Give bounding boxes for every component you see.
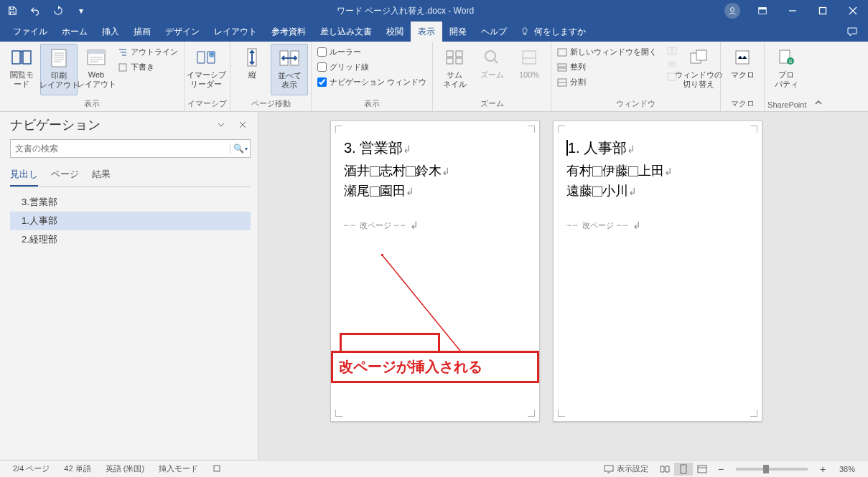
tab-view[interactable]: 表示 [411,22,442,42]
ruler-checkbox[interactable]: ルーラー [314,45,429,59]
split-icon [557,78,567,87]
macro-record-icon[interactable] [205,464,228,474]
immersive-group-label: イマーシブ [187,97,227,111]
zoom-in-button[interactable]: + [813,463,832,476]
arrange-label: 整列 [570,62,586,72]
tab-home[interactable]: ホーム [55,22,95,42]
tab-design[interactable]: デザイン [158,22,207,42]
svg-rect-23 [673,47,676,55]
print-layout-button[interactable]: 印刷 レイアウト [40,44,78,95]
hundred-percent-button[interactable]: 100% [510,44,548,95]
web-layout-button[interactable]: Web レイアウト [78,44,115,95]
tab-help[interactable]: ヘルプ [474,22,514,42]
nav-dropdown-icon[interactable] [213,117,229,133]
new-window-button[interactable]: 新しいウィンドウを開く [554,45,660,59]
web-layout-icon [85,46,108,69]
status-words[interactable]: 42 単語 [57,463,98,474]
display-settings[interactable]: 表示設定 [597,463,655,474]
status-language[interactable]: 英語 (米国) [98,463,151,474]
status-page[interactable]: 2/4 ページ [6,463,57,474]
zoom-icon [480,46,503,69]
read-mode-button[interactable]: 閲覧モード [3,44,40,95]
zoom-group-label: ズーム [436,97,548,111]
show-group-label: 表示 [314,97,429,111]
ribbon-group-page-movement: 縦 並べて 表示 ページ移動 [230,42,312,111]
view-print-icon[interactable] [674,463,693,476]
page-1[interactable]: 3. 営業部↲ 酒井志村鈴木↲ 瀬尾園田↲ ┈┈改ページ┈┈ ↲ 改ページが挿入… [330,121,540,422]
macros-icon [731,46,754,69]
nav-close-icon[interactable] [235,117,251,133]
maximize-button[interactable] [812,0,834,22]
minimize-button[interactable] [782,0,803,22]
page2-line1: 有村伊藤上田↲ [566,162,749,179]
arrange-all-button[interactable]: 整列 [554,60,660,74]
draft-label: 下書き [131,62,154,72]
collapse-ribbon-button[interactable] [810,42,827,111]
print-layout-label: 印刷 レイアウト [39,71,79,90]
status-bar: 2/4 ページ 42 単語 英語 (米国) 挿入モード 表示設定 − + 38% [0,460,868,477]
ribbon-display-icon[interactable] [752,0,773,22]
tab-review[interactable]: 校閲 [379,22,411,42]
side-by-side-button[interactable]: 並べて 表示 [271,44,308,95]
views-group-label: 表示 [3,97,181,111]
tell-me-input[interactable]: 何をしますか [520,26,586,38]
svg-rect-34 [605,466,613,471]
ribbon-group-show: ルーラー グリッド線 ナビゲーション ウィンドウ 表示 [312,42,433,111]
title-bar: ▾ ワード ページ入れ替え.docx - Word [0,0,868,22]
undo-icon[interactable] [27,3,43,19]
navigation-pane-label: ナビゲーション ウィンドウ [330,77,426,88]
zoom-button[interactable]: ズーム [473,44,510,95]
zoom-out-button[interactable]: − [711,463,730,476]
svg-rect-14 [447,58,453,64]
zoom-percent[interactable]: 38% [832,465,862,473]
sharepoint-group-label: SharePoint [767,99,806,111]
tab-file[interactable]: ファイル [6,22,55,42]
split-button[interactable]: 分割 [554,75,660,89]
svg-rect-4 [52,49,66,67]
tab-draw[interactable]: 描画 [126,22,158,42]
window-title: ワード ページ入れ替え.docx - Word [89,5,722,17]
navigation-pane-checkbox[interactable]: ナビゲーション ウィンドウ [314,75,429,89]
nav-search-button[interactable]: 🔍▾ [230,143,250,154]
customize-qa-icon[interactable]: ▾ [73,3,89,19]
properties-button[interactable]: S プロ パティ [767,44,805,95]
account-icon[interactable] [722,0,743,22]
close-button[interactable] [842,0,864,22]
vertical-button[interactable]: 縦 [233,44,271,95]
macros-button[interactable]: マクロ [724,44,761,95]
redo-icon[interactable] [50,3,66,19]
tab-developer[interactable]: 開発 [442,22,474,42]
draft-button[interactable]: 下書き [115,60,181,74]
svg-point-0 [730,8,734,11]
status-insert-mode[interactable]: 挿入モード [151,463,205,474]
gridlines-checkbox[interactable]: グリッド線 [314,60,429,74]
tab-insert[interactable]: 挿入 [95,22,126,42]
thumbnails-button[interactable]: サム ネイル [436,44,473,95]
nav-item[interactable]: 2.経理部 [10,230,251,249]
view-read-icon[interactable] [655,463,674,476]
page-2[interactable]: 1. 人事部↲ 有村伊藤上田↲ 遠藤小川↲ ┈┈改ページ┈┈ ↲ [553,121,762,422]
tab-references[interactable]: 参考資料 [264,22,313,42]
nav-tab-pages[interactable]: ページ [51,165,79,186]
svg-rect-2 [759,8,767,10]
hundred-percent-label: 100% [519,70,539,80]
nav-search-input[interactable] [11,143,230,154]
document-canvas[interactable]: 3. 営業部↲ 酒井志村鈴木↲ 瀬尾園田↲ ┈┈改ページ┈┈ ↲ 改ページが挿入… [258,112,868,460]
macros-label: マクロ [731,70,755,80]
svg-rect-22 [668,47,671,55]
svg-rect-19 [558,64,566,67]
nav-tab-headings[interactable]: 見出し [10,165,38,186]
zoom-slider[interactable] [736,468,808,471]
switch-windows-button[interactable]: ウィンドウの 切り替え [680,44,717,95]
comments-icon[interactable] [842,26,862,37]
read-mode-icon [10,46,33,69]
immersive-reader-button[interactable]: イマーシブ リーダー [187,44,225,95]
view-web-icon[interactable] [693,463,711,476]
nav-item[interactable]: 1.人事部 [10,212,251,230]
tab-mailings[interactable]: 差し込み文書 [313,22,379,42]
tab-layout[interactable]: レイアウト [207,22,264,42]
outline-button[interactable]: アウトライン [115,45,181,59]
nav-tab-results[interactable]: 結果 [92,165,111,186]
save-icon[interactable] [4,3,20,19]
nav-item[interactable]: 3.営業部 [10,193,251,212]
